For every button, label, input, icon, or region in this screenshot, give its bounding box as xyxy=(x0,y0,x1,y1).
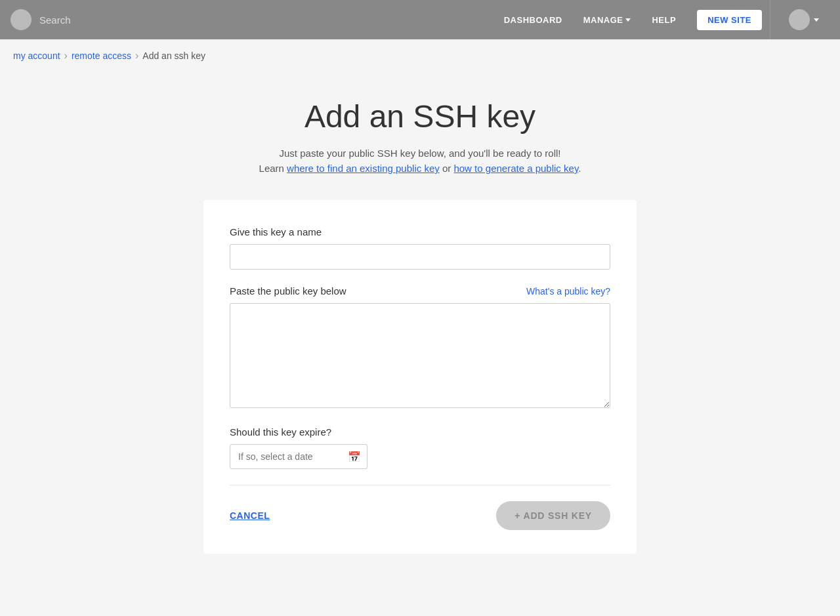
public-key-label-row: Paste the public key below What's a publ… xyxy=(230,285,610,297)
learn-prefix: Learn xyxy=(259,163,287,174)
nav-manage-link[interactable]: MANAGE xyxy=(583,15,631,25)
nav-help-link[interactable]: HELP xyxy=(652,15,676,25)
breadcrumb: my account › remote access › Add an ssh … xyxy=(0,39,840,72)
cancel-button[interactable]: CANCEL xyxy=(230,510,270,521)
nav-search-text[interactable]: Search xyxy=(39,14,71,26)
generate-key-link[interactable]: how to generate a public key xyxy=(453,163,578,174)
form-card: Give this key a name Paste the public ke… xyxy=(203,200,637,554)
key-name-label: Give this key a name xyxy=(230,226,610,237)
whats-public-key-link[interactable]: What's a public key? xyxy=(526,286,610,297)
date-input[interactable] xyxy=(230,444,368,469)
public-key-textarea[interactable] xyxy=(230,303,610,408)
period: . xyxy=(578,163,581,174)
nav-manage-label: MANAGE xyxy=(583,15,623,25)
breadcrumb-separator-1: › xyxy=(64,50,68,62)
page-subtitle: Just paste your public SSH key below, an… xyxy=(280,148,561,159)
user-avatar xyxy=(789,9,810,30)
expiry-group: Should this key expire? 📅 xyxy=(230,426,610,469)
manage-chevron-icon xyxy=(625,18,631,22)
breadcrumb-separator-2: › xyxy=(135,50,138,62)
find-key-link[interactable]: where to find an existing public key xyxy=(287,163,440,174)
navbar: Search DASHBOARD MANAGE HELP NEW SITE xyxy=(0,0,840,39)
nav-links: DASHBOARD MANAGE HELP NEW SITE xyxy=(71,10,762,30)
main-content: Add an SSH key Just paste your public SS… xyxy=(0,72,840,593)
date-input-wrapper: 📅 xyxy=(230,444,368,469)
nav-user-area[interactable] xyxy=(778,9,830,30)
public-key-label: Paste the public key below xyxy=(230,285,346,297)
expiry-label: Should this key expire? xyxy=(230,426,610,438)
key-name-input[interactable] xyxy=(230,244,610,270)
breadcrumb-my-account[interactable]: my account xyxy=(13,51,60,61)
nav-logo-avatar xyxy=(10,9,32,30)
breadcrumb-remote-access[interactable]: remote access xyxy=(72,51,131,61)
add-ssh-key-button[interactable]: + ADD SSH KEY xyxy=(496,501,610,530)
form-divider xyxy=(230,485,610,485)
breadcrumb-current-page: Add an ssh key xyxy=(142,51,205,61)
form-actions: CANCEL + ADD SSH KEY xyxy=(230,501,610,530)
user-chevron-icon xyxy=(814,18,819,22)
public-key-group: Paste the public key below What's a publ… xyxy=(230,285,610,411)
nav-dashboard-link[interactable]: DASHBOARD xyxy=(504,15,562,25)
or-text: or xyxy=(440,163,454,174)
new-site-button[interactable]: NEW SITE xyxy=(697,10,762,30)
page-subtitle-links: Learn where to find an existing public k… xyxy=(259,163,581,174)
nav-divider xyxy=(770,0,770,39)
page-title: Add an SSH key xyxy=(304,98,536,134)
key-name-group: Give this key a name xyxy=(230,226,610,270)
